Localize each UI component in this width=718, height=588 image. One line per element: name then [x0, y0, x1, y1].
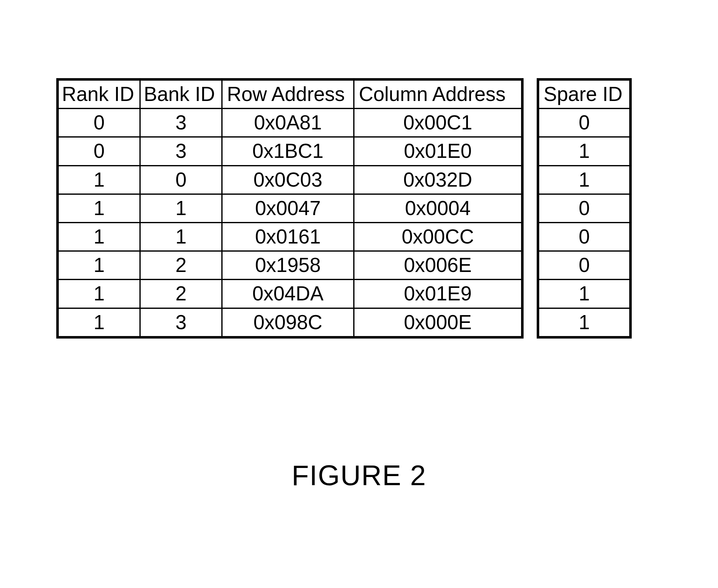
cell-spare-id: 0 [538, 108, 631, 137]
cell-rank-id: 1 [58, 194, 140, 223]
cell-rank-id: 0 [58, 137, 140, 165]
cell-rank-id: 1 [58, 166, 140, 194]
cell-spare-id: 1 [538, 308, 631, 337]
table-gap [522, 308, 538, 337]
cell-row-address: 0x0161 [222, 223, 354, 251]
cell-spare-id: 0 [538, 223, 631, 251]
table-header-row: Rank ID Bank ID Row Address Column Addre… [58, 79, 631, 108]
cell-rank-id: 1 [58, 279, 140, 308]
cell-bank-id: 1 [140, 223, 222, 251]
table-gap [522, 223, 538, 251]
table: Rank ID Bank ID Row Address Column Addre… [56, 78, 632, 339]
table-gap [522, 79, 538, 108]
cell-column-address: 0x000E [354, 308, 522, 337]
cell-bank-id: 3 [140, 137, 222, 165]
cell-rank-id: 1 [58, 308, 140, 337]
table-row: 1 1 0x0047 0x0004 0 [58, 194, 631, 223]
cell-bank-id: 3 [140, 108, 222, 137]
table-gap [522, 279, 538, 308]
header-spare-id: Spare ID [538, 79, 631, 108]
cell-bank-id: 2 [140, 279, 222, 308]
table-row: 1 0 0x0C03 0x032D 1 [58, 166, 631, 194]
cell-rank-id: 1 [58, 223, 140, 251]
cell-rank-id: 0 [58, 108, 140, 137]
table-row: 0 3 0x1BC1 0x01E0 1 [58, 137, 631, 165]
cell-column-address: 0x00C1 [354, 108, 522, 137]
table-gap [522, 137, 538, 165]
cell-row-address: 0x0C03 [222, 166, 354, 194]
cell-spare-id: 1 [538, 137, 631, 165]
cell-column-address: 0x00CC [354, 223, 522, 251]
table-row: 1 3 0x098C 0x000E 1 [58, 308, 631, 337]
address-table: Rank ID Bank ID Row Address Column Addre… [56, 78, 632, 339]
cell-row-address: 0x0A81 [222, 108, 354, 137]
cell-bank-id: 0 [140, 166, 222, 194]
header-column-address: Column Address [354, 79, 522, 108]
table-row: 0 3 0x0A81 0x00C1 0 [58, 108, 631, 137]
table-gap [522, 166, 538, 194]
cell-row-address: 0x098C [222, 308, 354, 337]
figure-caption: FIGURE 2 [0, 460, 718, 492]
cell-spare-id: 1 [538, 279, 631, 308]
table-row: 1 1 0x0161 0x00CC 0 [58, 223, 631, 251]
cell-column-address: 0x01E0 [354, 137, 522, 165]
cell-column-address: 0x032D [354, 166, 522, 194]
cell-row-address: 0x1BC1 [222, 137, 354, 165]
cell-column-address: 0x01E9 [354, 279, 522, 308]
cell-column-address: 0x006E [354, 251, 522, 279]
table-gap [522, 108, 538, 137]
table-gap [522, 194, 538, 223]
header-bank-id: Bank ID [140, 79, 222, 108]
cell-column-address: 0x0004 [354, 194, 522, 223]
cell-spare-id: 0 [538, 251, 631, 279]
cell-spare-id: 1 [538, 166, 631, 194]
cell-bank-id: 1 [140, 194, 222, 223]
cell-row-address: 0x1958 [222, 251, 354, 279]
page: Rank ID Bank ID Row Address Column Addre… [0, 0, 718, 588]
table-row: 1 2 0x04DA 0x01E9 1 [58, 279, 631, 308]
header-rank-id: Rank ID [58, 79, 140, 108]
cell-spare-id: 0 [538, 194, 631, 223]
cell-row-address: 0x0047 [222, 194, 354, 223]
cell-row-address: 0x04DA [222, 279, 354, 308]
table-row: 1 2 0x1958 0x006E 0 [58, 251, 631, 279]
cell-bank-id: 3 [140, 308, 222, 337]
table-gap [522, 251, 538, 279]
cell-bank-id: 2 [140, 251, 222, 279]
cell-rank-id: 1 [58, 251, 140, 279]
header-row-address: Row Address [222, 79, 354, 108]
